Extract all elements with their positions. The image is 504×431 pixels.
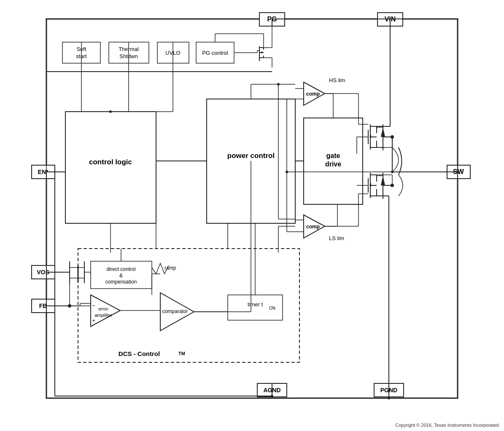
pg-control-label: PG control [202,50,228,56]
diagram-container: PG VIN AGND PGND EN* VOS FB [0,0,504,431]
svg-point-182 [388,397,390,399]
comparator-label: comparator [162,308,188,314]
direct-control-label: direct control [107,266,136,272]
dcs-tm-label: TM [178,351,185,356]
control-logic-label: control logic [89,158,132,166]
gate-drive-label2: drive [325,161,341,168]
svg-point-148 [277,83,280,86]
hs-lim-label: HS lim [329,77,345,83]
fb-label: FB [39,303,47,309]
direct-control-label2: & [119,273,123,278]
svg-point-158 [109,110,112,113]
hs-comp-label: comp [306,91,320,97]
timer-label: timer t [248,301,263,308]
dcs-label: DCS - Control [119,350,160,357]
power-control-label: power control [227,152,275,160]
minus-sign: − [92,303,95,309]
copyright-text: Copyright © 2016, Texas Instruments Inco… [395,423,499,428]
timer-sub-label: ON [269,306,275,311]
ls-comp-label: comp [306,224,320,230]
direct-control-label3: compensation [105,279,137,285]
svg-rect-36 [65,112,156,223]
svg-point-154 [391,171,393,173]
plus-sign: + [92,317,95,324]
main-diagram: PG VIN AGND PGND EN* VOS FB [0,0,504,431]
error-amp-label: error [98,306,108,311]
gate-drive-label: gate [326,152,340,159]
svg-point-155 [286,171,288,173]
error-amp-label2: amplifier [94,313,112,318]
ls-lim-label: LS lim [329,235,344,241]
